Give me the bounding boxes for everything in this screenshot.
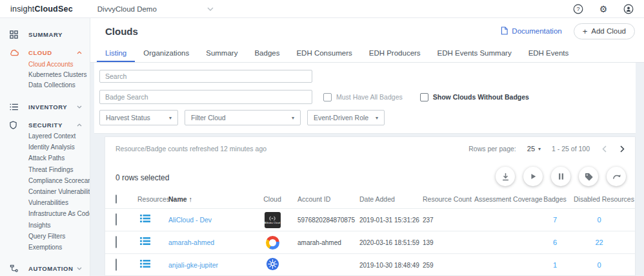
- org-name: DivvyCloud Demo: [97, 5, 157, 13]
- documentation-link[interactable]: Documentation: [501, 27, 561, 36]
- redo-refresh-button[interactable]: [607, 167, 626, 186]
- resources-icon[interactable]: [137, 214, 168, 226]
- sort-ascending-icon: ↑: [189, 195, 193, 203]
- date-added-cell: 2019-10-30 18:48:49: [359, 262, 423, 269]
- cloud-cell: [247, 257, 297, 273]
- show-clouds-without-badges-checkbox[interactable]: Show Clouds Without Badges: [420, 93, 529, 101]
- pagination-range: 1 - 25 of 100: [552, 145, 590, 153]
- badge-tag-button[interactable]: [579, 167, 598, 186]
- resume-harvest-button[interactable]: [523, 167, 543, 186]
- security-submenu: Layered Context Identity Analysis Attack…: [0, 131, 90, 253]
- sidebar-item-layered-context[interactable]: Layered Context: [28, 131, 90, 142]
- rows-per-page-select[interactable]: 25 ▾: [527, 145, 541, 153]
- gear-icon[interactable]: ⚙: [598, 4, 609, 14]
- checkbox-icon: [323, 93, 332, 101]
- disabled-resources-link[interactable]: 0: [574, 261, 625, 269]
- sidebar-item-security[interactable]: SECURITY: [0, 119, 90, 131]
- badges-count-link[interactable]: 6: [536, 239, 574, 246]
- column-header-cloud: Cloud: [247, 195, 297, 203]
- chevron-up-icon: [77, 51, 82, 54]
- harvest-status-label: Harvest Status: [106, 114, 150, 122]
- select-all-checkbox[interactable]: [116, 195, 137, 203]
- sidebar-item-attack-paths[interactable]: Attack Paths: [28, 153, 90, 164]
- filter-cloud-label: Filter Cloud: [191, 114, 226, 122]
- search-input[interactable]: [99, 70, 312, 83]
- cloud-name-link[interactable]: amarah-ahmed: [168, 239, 247, 246]
- account-id-cell: amarah-ahmed: [297, 239, 359, 246]
- tab-edh-events-summary[interactable]: EDH Events Summary: [429, 44, 520, 62]
- sidebar-label-inventory: INVENTORY: [28, 103, 67, 111]
- column-header-name[interactable]: Name↑: [168, 195, 247, 203]
- sidebar-item-kubernetes-clusters[interactable]: Kubernetes Clusters: [28, 70, 90, 80]
- help-icon[interactable]: ?: [573, 4, 583, 14]
- tab-organizations[interactable]: Organizations: [135, 44, 197, 62]
- caret-down-icon: ▾: [376, 115, 378, 121]
- must-have-all-badges-checkbox[interactable]: Must Have All Badges: [323, 93, 403, 101]
- table-row: AliCloud - Dev Alibaba Cloud 59768202848…: [105, 208, 635, 231]
- sidebar-item-exemptions[interactable]: Exemptions: [28, 242, 90, 253]
- resource-count-cell: 259: [423, 262, 474, 269]
- tab-edh-events[interactable]: EDH Events: [520, 44, 578, 62]
- sidebar-item-vulnerabilities[interactable]: Vulnerabilities: [28, 197, 90, 208]
- resources-icon[interactable]: [137, 259, 168, 271]
- account-icon[interactable]: [623, 4, 634, 14]
- resource-count-cell: 237: [423, 217, 474, 224]
- sidebar-item-automation[interactable]: AUTOMATION: [0, 262, 90, 274]
- add-cloud-button[interactable]: + Add Cloud: [574, 23, 635, 39]
- row-checkbox[interactable]: [116, 237, 137, 248]
- filter-cloud-select[interactable]: Filter Cloud ▾: [185, 110, 301, 125]
- harvest-status-select[interactable]: Harvest Status ▾: [99, 110, 178, 125]
- org-selector[interactable]: DivvyCloud Demo: [97, 5, 214, 13]
- sidebar-item-compliance-scorecard[interactable]: Compliance Scorecard: [28, 175, 90, 186]
- sidebar-item-cloud[interactable]: CLOUD: [0, 47, 90, 58]
- documentation-label: Documentation: [512, 27, 561, 35]
- next-page-button[interactable]: [619, 145, 626, 153]
- document-icon: [501, 27, 508, 36]
- tab-badges[interactable]: Badges: [246, 44, 288, 62]
- row-checkbox[interactable]: [116, 214, 137, 226]
- resources-icon[interactable]: [137, 237, 168, 248]
- tab-edh-consumers[interactable]: EDH Consumers: [288, 44, 360, 62]
- previous-page-button[interactable]: [601, 145, 608, 153]
- must-have-all-badges-label: Must Have All Badges: [336, 93, 403, 101]
- tab-edh-producers[interactable]: EDH Producers: [361, 44, 429, 62]
- sidebar-item-identity-analysis[interactable]: Identity Analysis: [28, 142, 90, 153]
- sidebar-item-infrastructure-as-code[interactable]: Infrastructure As Code: [28, 208, 90, 219]
- badges-count-link[interactable]: 7: [536, 216, 574, 224]
- cloud-submenu: Cloud Accounts Kubernetes Clusters Data …: [0, 59, 90, 90]
- alibaba-cloud-text: Alibaba Cloud: [265, 222, 280, 224]
- sidebar-label-summary: SUMMARY: [28, 31, 63, 38]
- alibaba-cloud-icon: Alibaba Cloud: [265, 212, 281, 228]
- account-id-cell: 5976820284870875: [297, 217, 359, 224]
- tab-listing[interactable]: Listing: [97, 44, 135, 62]
- sidebar-item-threat-findings[interactable]: Threat Findings: [28, 164, 90, 175]
- badge-search-input[interactable]: [99, 90, 312, 104]
- tab-summary[interactable]: Summary: [197, 44, 246, 62]
- badges-count-link[interactable]: 1: [536, 261, 574, 269]
- sidebar-item-container-vulnerabilities[interactable]: Container Vulnerabilities: [28, 186, 90, 197]
- disabled-resources-link[interactable]: 22: [574, 239, 625, 246]
- pause-harvest-button[interactable]: [551, 167, 570, 186]
- event-driven-role-select[interactable]: Event-Driven Role ▾: [307, 110, 385, 125]
- sidebar-label-cloud: CLOUD: [28, 49, 52, 56]
- sidebar-item-cloud-accounts[interactable]: Cloud Accounts: [28, 59, 90, 70]
- sidebar-item-insights[interactable]: Insights: [28, 220, 90, 231]
- sidebar-item-data-collections[interactable]: Data Collections: [28, 80, 90, 90]
- sidebar-item-inventory[interactable]: INVENTORY: [0, 101, 90, 112]
- download-button[interactable]: [496, 167, 515, 186]
- sidebar-item-summary[interactable]: SUMMARY: [0, 28, 90, 40]
- column-header-resource-count: Resource Count: [423, 195, 474, 203]
- chevron-down-icon: [77, 267, 82, 270]
- disabled-resources-link[interactable]: 0: [574, 216, 625, 224]
- workflow-icon: [10, 264, 23, 273]
- sidebar-label-automation: AUTOMATION: [28, 265, 74, 272]
- cloud-name-link[interactable]: anjali-gke-jupiter: [168, 261, 247, 269]
- chevron-down-icon: [207, 7, 214, 11]
- cloud-cell: [247, 236, 297, 249]
- column-header-assessment-coverage: Assessment Coverage: [474, 195, 536, 203]
- pagination: Rows per page: 25 ▾ 1 - 25 of 100: [468, 145, 626, 153]
- list-icon: [10, 103, 23, 111]
- sidebar-item-query-filters[interactable]: Query Filters: [28, 231, 90, 242]
- cloud-name-link[interactable]: AliCloud - Dev: [168, 216, 247, 224]
- row-checkbox[interactable]: [116, 259, 137, 271]
